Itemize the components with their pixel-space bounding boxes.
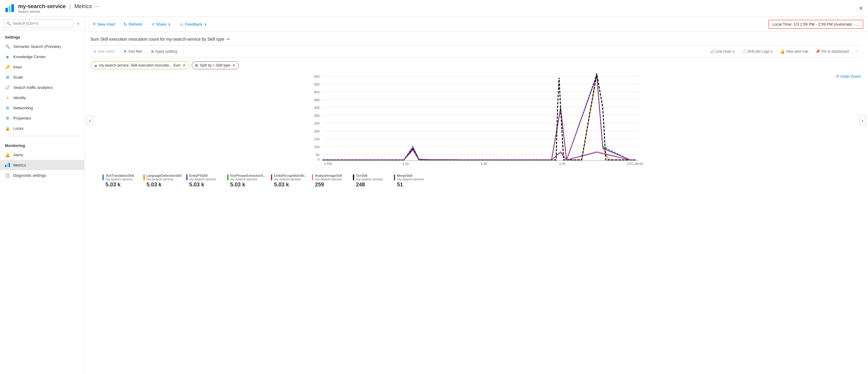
legend-item-keyphrase: KeyPhraseExtractionS... my-search-servic…: [227, 174, 266, 188]
split-icon: ⊞: [151, 49, 154, 54]
legend-item-analyze-image: AnalyzeImageSkill my-search-service 259: [312, 174, 348, 188]
sidebar-item-knowledge-center[interactable]: ◈ Knowledge Center: [0, 52, 84, 62]
legend-name-ocr-skill: OcrSkill: [356, 174, 383, 177]
chart-area: Sum Skill execution invocation count for…: [84, 32, 868, 374]
feedback-chevron-icon: ∨: [204, 22, 207, 27]
semantic-search-icon: 🔍: [5, 44, 10, 49]
identity-icon: ✦: [5, 95, 10, 100]
split-icon: ⊞: [195, 63, 198, 67]
networking-icon: ⚙: [5, 105, 10, 110]
sidebar-item-keys[interactable]: 🔑 Keys: [0, 62, 84, 72]
add-filter-button[interactable]: ▼ Add filter: [120, 48, 145, 55]
drill-logs-chevron-icon: ∨: [770, 49, 773, 54]
legend-value-keyphrase: 5.03 k: [230, 181, 245, 188]
collapse-sidebar-button[interactable]: «: [74, 20, 82, 27]
search-input[interactable]: [13, 21, 70, 26]
edit-title-icon[interactable]: ✏: [227, 37, 230, 41]
close-button[interactable]: ✕: [859, 5, 863, 12]
toolbar: + New chart ↻ Refresh ↗ Share ∨ ☺ Feedba…: [84, 17, 868, 32]
legend-name-analyze-image: AnalyzeImageSkill: [315, 174, 342, 177]
legend-service-entity-recognition: my-search-service: [274, 177, 307, 181]
header-subtitle: Search service: [18, 10, 100, 13]
sidebar-item-locks[interactable]: 🔒 Locks: [0, 123, 84, 133]
more-chart-button[interactable]: ···: [853, 48, 862, 55]
legend-value-entity-recognition: 5.03 k: [274, 181, 289, 188]
keys-icon: 🔑: [5, 64, 10, 70]
legend-item-entity-pii: EntityPIISkill my-search-service 5.03 k: [186, 174, 222, 188]
legend-value-ocr-skill: 248: [356, 181, 365, 188]
pin-dashboard-button[interactable]: 📌 Pin to dashboard: [812, 48, 852, 55]
legend-color-keyphrase: [227, 174, 228, 180]
search-icon: 🔍: [6, 22, 11, 26]
new-chart-label: New chart: [98, 22, 116, 27]
legend-item-ocr-skill: OcrSkill my-search-service 248: [353, 174, 389, 188]
sidebar-item-scale[interactable]: ⊞ Scale: [0, 72, 84, 82]
drill-logs-button[interactable]: 📄 Drill into Logs ∨: [739, 48, 776, 55]
sidebar-label-networking: Networking: [13, 106, 33, 110]
line-chart-button[interactable]: 📈 Line chart ∨: [707, 48, 738, 55]
more-options-icon[interactable]: ···: [96, 3, 100, 10]
service-icon: [5, 4, 14, 13]
legend-color-analyze-image: [312, 174, 313, 180]
sidebar-label-scale: Scale: [13, 75, 23, 79]
feedback-label: Feedback: [185, 22, 203, 27]
share-icon: ↗: [151, 22, 155, 27]
legend-color-merge-skill: [394, 174, 395, 180]
main-layout: 🔍 « Settings 🔍 Semantic Search (Preview)…: [0, 17, 868, 374]
time-selector-button[interactable]: Local Time: 1/3 1:59 PM - 2:59 PM (Autom…: [769, 20, 863, 29]
add-filter-label: Add filter: [128, 49, 142, 54]
svg-text:150: 150: [314, 137, 319, 141]
refresh-button[interactable]: ↻ Refresh: [120, 20, 146, 29]
chart-nav-left-button[interactable]: ‹: [87, 115, 93, 125]
legend-name-entity-recognition: EntityRecognitionSki...: [274, 174, 307, 177]
sidebar-label-diagnostic: Diagnostic settings: [13, 173, 46, 178]
svg-text:2 PM: 2 PM: [324, 162, 332, 166]
sidebar-item-diagnostic[interactable]: 📋 Diagnostic settings: [0, 170, 84, 180]
new-alert-label: New alert rule: [786, 49, 808, 54]
svg-text:50: 50: [316, 153, 319, 157]
svg-rect-3: [5, 165, 6, 167]
sidebar-item-networking[interactable]: ⚙ Networking: [0, 103, 84, 113]
apply-splitting-button[interactable]: ⊞ Apply splitting: [148, 48, 181, 55]
legend-name-keyphrase: KeyPhraseExtractionS...: [230, 174, 266, 177]
svg-text:400: 400: [314, 98, 319, 102]
new-chart-button[interactable]: + New chart: [89, 19, 119, 29]
svg-text:550: 550: [314, 75, 319, 78]
sidebar-item-search-traffic[interactable]: 📈 Search traffic analytics: [0, 82, 84, 93]
split-chip-close[interactable]: ✕: [232, 63, 236, 68]
svg-rect-4: [7, 164, 8, 167]
svg-rect-5: [9, 163, 10, 167]
settings-section: Settings 🔍 Semantic Search (Preview) ◈ K…: [0, 30, 84, 133]
sidebar-item-metrics[interactable]: Metrics: [0, 160, 84, 170]
sidebar-item-identity[interactable]: ✦ Identity: [0, 93, 84, 103]
sidebar-search-box[interactable]: 🔍: [4, 19, 73, 27]
chart-title-text: Sum Skill execution invocation count for…: [90, 37, 224, 41]
chart-nav-right-button[interactable]: ›: [859, 115, 866, 125]
feedback-button[interactable]: ☺ Feedback ∨: [176, 20, 210, 29]
svg-text:200: 200: [314, 130, 319, 133]
svg-text:500: 500: [314, 82, 319, 86]
svg-text:300: 300: [314, 114, 319, 117]
separator: |: [69, 3, 71, 10]
legend-service-text-translation: my-search-service: [105, 177, 134, 181]
legend-color-language-detection: [144, 174, 145, 180]
sidebar-label-locks: Locks: [13, 126, 24, 131]
more-chart-icon: ···: [856, 49, 859, 54]
share-button[interactable]: ↗ Share ∨: [147, 20, 175, 29]
add-metric-button[interactable]: ⊕ Add metric: [90, 48, 118, 55]
svg-text:100: 100: [314, 145, 319, 149]
settings-section-title: Settings: [0, 30, 84, 41]
metric-chip: ☁ my-search-service, Skill execution inv…: [90, 61, 189, 69]
sidebar-label-keys: Keys: [13, 65, 22, 69]
sidebar-item-semantic-search[interactable]: 🔍 Semantic Search (Preview): [0, 41, 84, 52]
new-alert-button[interactable]: 🔔 New alert rule: [777, 48, 811, 55]
page-title: Metrics: [74, 3, 92, 10]
svg-text:450: 450: [314, 90, 319, 94]
sidebar-item-properties[interactable]: ⚙ Properties: [0, 113, 84, 123]
metric-chip-close[interactable]: ✕: [182, 63, 186, 68]
svg-text:2:30: 2:30: [481, 162, 487, 166]
sidebar-label-semantic-search: Semantic Search (Preview): [13, 44, 61, 49]
monitoring-section-title: Monitoring: [0, 138, 84, 150]
svg-text:2:15: 2:15: [402, 162, 409, 166]
sidebar-item-alerts[interactable]: 🔔 Alerts: [0, 150, 84, 160]
